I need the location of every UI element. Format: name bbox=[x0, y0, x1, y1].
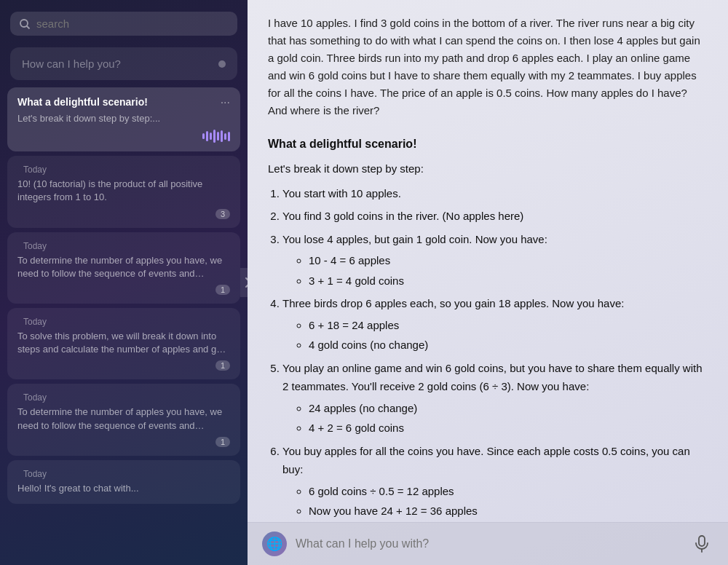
assistant-title: What a delightful scenario! bbox=[268, 134, 708, 154]
conv-badge-4: 1 bbox=[215, 360, 230, 371]
audio-wave bbox=[202, 130, 230, 143]
assistant-intro: Let's break it down step by step: bbox=[268, 159, 708, 178]
sidebar-toggle[interactable] bbox=[240, 268, 248, 297]
step-item-3: You lose 4 apples, but gain 1 gold coin.… bbox=[282, 230, 708, 291]
conv-date-4: Today bbox=[23, 317, 47, 327]
conversation-item-4[interactable]: Today To solve this problem, we will bre… bbox=[7, 308, 240, 379]
step-sub-item: 6 + 18 = 24 apples bbox=[309, 316, 708, 335]
conv-date-5: Today bbox=[23, 392, 47, 403]
conversation-item-3[interactable]: Today To determine the number of apples … bbox=[7, 232, 240, 304]
step-item-1: You start with 10 apples. bbox=[282, 184, 708, 203]
new-chat-area[interactable]: How can I help you? bbox=[10, 47, 237, 80]
conv-preview-active: Let's break it down step by step:... bbox=[17, 112, 230, 125]
conversation-item-6[interactable]: Today Hello! It's great to chat with... bbox=[7, 460, 240, 504]
conv-title-active: What a delightful scenario! bbox=[17, 96, 215, 108]
search-bar[interactable] bbox=[10, 12, 237, 36]
conv-preview-6: Hello! It's great to chat with... bbox=[17, 482, 230, 495]
step-item-5: You play an online game and win 6 gold c… bbox=[282, 359, 708, 438]
conversation-item-5[interactable]: Today To determine the number of apples … bbox=[7, 384, 240, 455]
conv-menu-active[interactable]: ··· bbox=[221, 96, 230, 109]
step-item-6: You buy apples for all the coins you hav… bbox=[282, 442, 708, 521]
conversation-item-active[interactable]: What a delightful scenario! ··· Let's br… bbox=[7, 87, 240, 151]
conv-preview-5: To determine the number of apples you ha… bbox=[17, 406, 230, 432]
avatar-icon: 🌐 bbox=[262, 532, 287, 556]
conv-date-3: Today bbox=[23, 241, 47, 251]
conv-preview-4: To solve this problem, we will break it … bbox=[17, 330, 230, 356]
conv-badge-3: 1 bbox=[215, 285, 230, 295]
conv-date-2: Today bbox=[23, 165, 47, 175]
step-sub-item: 10 - 4 = 6 apples bbox=[309, 251, 708, 270]
step-sub-item: 6 gold coins ÷ 0.5 = 12 apples bbox=[309, 482, 708, 501]
input-bar: 🌐 bbox=[248, 522, 728, 565]
conv-preview-3: To determine the number of apples you ha… bbox=[17, 254, 230, 280]
svg-point-0 bbox=[20, 20, 28, 27]
conv-date-6: Today bbox=[23, 469, 47, 479]
step-sub-item: 4 + 2 = 6 gold coins bbox=[309, 419, 708, 438]
search-icon bbox=[19, 18, 31, 30]
chat-messages: I have 10 apples. I find 3 gold coins in… bbox=[248, 0, 728, 522]
conv-preview-2: 10! (10 factorial) is the product of all… bbox=[17, 178, 230, 204]
conv-badge-5: 1 bbox=[215, 437, 230, 447]
mic-dot bbox=[218, 60, 226, 68]
sidebar: How can I help you? What a delightful sc… bbox=[0, 0, 248, 565]
step-item-2: You find 3 gold coins in the river. (No … bbox=[282, 207, 708, 226]
main-panel: I have 10 apples. I find 3 gold coins in… bbox=[248, 0, 728, 565]
steps-list: You start with 10 apples.You find 3 gold… bbox=[282, 184, 708, 521]
mic-button[interactable] bbox=[690, 532, 713, 556]
conversation-list: What a delightful scenario! ··· Let's br… bbox=[0, 87, 248, 565]
conversation-item-2[interactable]: Today 10! (10 factorial) is the product … bbox=[7, 156, 240, 227]
step-sub-item: Now you have 24 + 12 = 36 apples bbox=[309, 502, 708, 521]
svg-line-1 bbox=[27, 26, 30, 29]
step-sub-item: 24 apples (no change) bbox=[309, 399, 708, 418]
user-message: I have 10 apples. I find 3 gold coins in… bbox=[268, 15, 708, 119]
assistant-message: What a delightful scenario! Let's break … bbox=[268, 134, 708, 521]
step-item-4: Three birds drop 6 apples each, so you g… bbox=[282, 294, 708, 355]
new-chat-label: How can I help you? bbox=[22, 58, 121, 70]
step-sub-item: 3 + 1 = 4 gold coins bbox=[309, 272, 708, 291]
step-sub-item: 4 gold coins (no change) bbox=[309, 336, 708, 355]
search-input[interactable] bbox=[36, 17, 229, 30]
conv-badge-2: 3 bbox=[215, 209, 230, 219]
chat-input[interactable] bbox=[296, 537, 681, 550]
svg-rect-2 bbox=[699, 536, 705, 546]
